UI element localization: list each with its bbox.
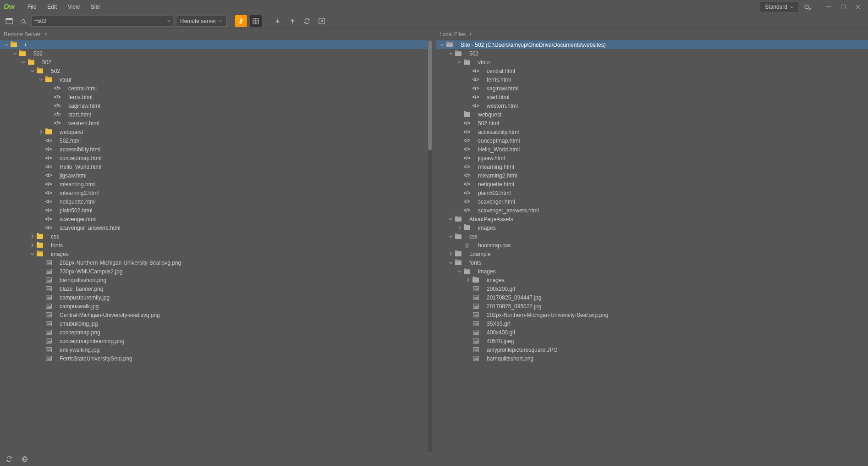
gear-check-icon[interactable] xyxy=(802,1,813,12)
tree-row[interactable]: </>mlearning2.html xyxy=(436,171,868,180)
sort-up-icon[interactable] xyxy=(44,32,48,37)
tree-row[interactable]: </>start.html xyxy=(0,110,432,119)
tree-row[interactable]: </>saginaw.html xyxy=(0,101,432,110)
collapse-icon[interactable] xyxy=(29,68,35,74)
tree-row[interactable]: </>mlearning2.html xyxy=(0,189,432,197)
tree-row[interactable]: fonts xyxy=(436,258,868,267)
tree-row[interactable]: amyprofilepicturesquare.JPG xyxy=(436,345,868,354)
sync-button[interactable] xyxy=(301,15,313,27)
tree-row[interactable]: </>mlearning.html xyxy=(436,162,868,171)
sort-up-icon[interactable] xyxy=(468,32,473,37)
collapse-icon[interactable] xyxy=(456,268,462,275)
tree-row[interactable]: </>plain502.html xyxy=(436,189,868,197)
tree-row[interactable]: </>Hello_World.html xyxy=(436,145,868,154)
workspace-switcher[interactable]: Standard xyxy=(760,2,798,12)
tree-row[interactable]: 502 xyxy=(436,49,868,58)
remote-tree[interactable]: /502502502vtour</>central.html</>ferris.… xyxy=(0,40,432,452)
refresh-button[interactable] xyxy=(4,454,15,465)
put-files-button[interactable] xyxy=(286,15,298,27)
expand-button[interactable] xyxy=(316,15,328,27)
tree-row[interactable]: webquest xyxy=(0,128,432,136)
tree-row[interactable]: FerrisStateUniversitySeal.png xyxy=(0,354,432,363)
tree-row[interactable]: </>ferris.html xyxy=(0,93,432,101)
expand-icon[interactable] xyxy=(456,225,462,231)
expand-icon[interactable] xyxy=(447,251,454,257)
tree-row[interactable]: conceptmap.png xyxy=(0,328,432,337)
tree-row[interactable]: </>scavenger.html xyxy=(0,215,432,223)
tree-row[interactable]: {}bootstrap.css xyxy=(436,241,868,250)
menu-edit[interactable]: Edit xyxy=(42,0,62,14)
globe-button[interactable] xyxy=(19,454,30,465)
tree-row[interactable]: </>saginaw.html xyxy=(436,84,868,93)
tree-row[interactable]: </>scavenger.html xyxy=(436,197,868,206)
tree-row[interactable]: Site - 502 (C:\Users\amyup\OneDrive\Docu… xyxy=(436,40,868,49)
collapse-icon[interactable] xyxy=(447,216,454,222)
collapse-icon[interactable] xyxy=(38,77,44,83)
remote-panel-header[interactable]: Remote Server xyxy=(0,28,432,40)
collapse-icon[interactable] xyxy=(456,59,462,66)
tree-row[interactable]: webquest xyxy=(436,110,868,119)
tree-row[interactable]: </>jigsaw.html xyxy=(0,171,432,180)
expand-icon[interactable] xyxy=(29,242,35,249)
minimize-button[interactable] xyxy=(822,2,835,11)
tree-row[interactable]: barnquiltsshort.png xyxy=(0,276,432,284)
collapse-icon[interactable] xyxy=(3,42,9,48)
tree-row[interactable]: 330px-WMUCampus2.jpg xyxy=(0,267,432,276)
tree-row[interactable]: 502 xyxy=(0,67,432,75)
collapse-icon[interactable] xyxy=(447,233,454,240)
tree-row[interactable]: campuswalk.jpg xyxy=(0,302,432,311)
tree-row[interactable]: blaze_banner.png xyxy=(0,284,432,293)
tree-row[interactable]: </>scavenger_answers.html xyxy=(0,223,432,232)
menu-view[interactable]: View xyxy=(62,0,85,14)
tree-row[interactable]: barnquiltsshort.png xyxy=(436,354,868,363)
view-grid-button[interactable] xyxy=(250,15,262,27)
site-selector[interactable]: 502 xyxy=(31,16,173,27)
menu-file[interactable]: File xyxy=(22,0,42,14)
tree-row[interactable]: </>ferris.html xyxy=(436,75,868,84)
collapse-icon[interactable] xyxy=(11,50,18,57)
connect-button[interactable] xyxy=(235,15,247,27)
tree-row[interactable]: conceptmapmlearning.png xyxy=(0,337,432,345)
tree-row[interactable]: </>conceptmap.html xyxy=(436,136,868,145)
tree-row[interactable]: 400x400.gif xyxy=(436,328,868,337)
tree-row[interactable]: </>Hello_World.html xyxy=(0,162,432,171)
get-files-button[interactable] xyxy=(272,15,284,27)
menu-site[interactable]: Site xyxy=(85,0,106,14)
tree-row[interactable]: </>mlearning.html xyxy=(0,180,432,189)
local-panel-header[interactable]: Local Files xyxy=(436,28,868,40)
tree-row[interactable]: </>central.html xyxy=(436,67,868,75)
tree-row[interactable]: 502 xyxy=(0,49,432,58)
tree-row[interactable]: </>central.html xyxy=(0,84,432,93)
tree-row[interactable]: vtour xyxy=(436,58,868,67)
tree-row[interactable]: 200x200.gif xyxy=(436,284,868,293)
tree-row[interactable]: </>plain502.html xyxy=(0,206,432,215)
server-selector[interactable]: Remote server xyxy=(176,16,227,27)
tree-row[interactable]: images xyxy=(436,267,868,276)
tree-row[interactable]: </>accessibility.html xyxy=(0,145,432,154)
tree-row[interactable]: css xyxy=(0,232,432,241)
tree-row[interactable]: </>western.html xyxy=(436,101,868,110)
maximize-button[interactable] xyxy=(837,2,850,11)
tree-row[interactable]: </>scavenger_answers.html xyxy=(436,206,868,215)
tree-row[interactable]: images xyxy=(436,276,868,284)
tree-row[interactable]: </>western.html xyxy=(0,119,432,128)
tree-row[interactable]: </>start.html xyxy=(436,93,868,101)
tree-row[interactable]: campustouremily.jpg xyxy=(0,293,432,302)
tree-row[interactable]: 202px-Northern-Michigan-University-Seal.… xyxy=(436,311,868,319)
tree-row[interactable]: </>conceptmap.html xyxy=(0,154,432,162)
tree-row[interactable]: </>netiquette.html xyxy=(436,180,868,189)
paint-bucket-icon[interactable] xyxy=(17,16,28,27)
tree-row[interactable]: emilywalking.jpg xyxy=(0,345,432,354)
collapse-icon[interactable] xyxy=(447,50,454,57)
tree-row[interactable]: AboutPageAssets xyxy=(436,215,868,223)
tree-row[interactable]: / xyxy=(0,40,432,49)
expand-icon[interactable] xyxy=(465,277,471,283)
tree-row[interactable]: 20170825_095022.jpg xyxy=(436,302,868,311)
close-button[interactable] xyxy=(852,2,864,11)
tree-row[interactable]: Central-Michigan-University-seal.svg.png xyxy=(0,311,432,319)
tree-row[interactable]: cmubuilding.jpg xyxy=(0,319,432,328)
expand-icon[interactable] xyxy=(38,129,44,135)
tree-row[interactable]: </>jigsaw.html xyxy=(436,154,868,162)
tree-row[interactable]: fonts xyxy=(0,241,432,250)
collapse-icon[interactable] xyxy=(29,251,35,257)
